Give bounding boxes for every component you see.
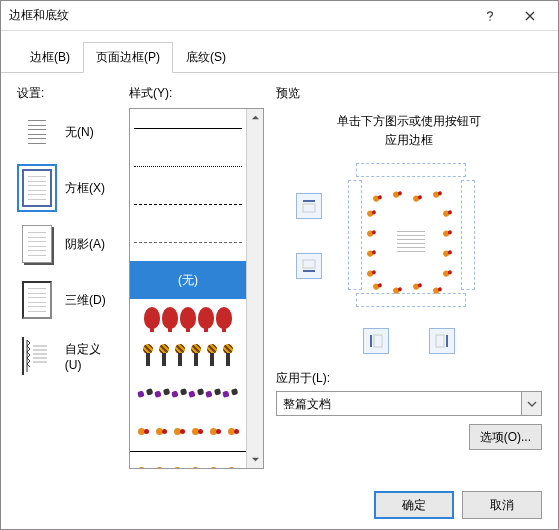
chevron-down-icon: [251, 455, 260, 464]
setting-custom[interactable]: 自定义(U): [17, 332, 117, 380]
border-bottom-icon: [301, 258, 317, 274]
setting-none[interactable]: 无(N): [17, 108, 117, 156]
setting-3d-icon: [17, 276, 57, 324]
svg-rect-6: [303, 200, 315, 202]
style-label: 样式(Y):: [129, 85, 264, 102]
style-art-bows[interactable]: [130, 375, 246, 413]
svg-rect-13: [436, 335, 444, 347]
setting-shadow-label: 阴影(A): [65, 236, 105, 253]
tab-page-border[interactable]: 页面边框(P): [83, 42, 173, 73]
svg-rect-7: [303, 204, 315, 212]
style-none[interactable]: (无): [130, 261, 246, 299]
preview-label: 预览: [276, 85, 542, 102]
setting-custom-label: 自定义(U): [65, 341, 117, 372]
setting-shadow-icon: [17, 220, 57, 268]
preview-area[interactable]: [286, 158, 532, 318]
border-right-icon: [434, 333, 450, 349]
setting-box-icon: [17, 164, 57, 212]
svg-rect-12: [446, 335, 448, 347]
settings-label: 设置:: [17, 85, 117, 102]
style-art-balloons[interactable]: [130, 299, 246, 337]
svg-rect-10: [370, 335, 372, 347]
setting-none-label: 无(N): [65, 124, 94, 141]
apply-to-label: 应用于(L):: [276, 370, 542, 387]
chevron-down-icon: [527, 399, 537, 409]
setting-custom-icon: [17, 332, 57, 380]
tab-shading[interactable]: 底纹(S): [173, 42, 239, 73]
svg-rect-11: [374, 335, 382, 347]
preview-document: [371, 193, 451, 293]
setting-shadow[interactable]: 阴影(A): [17, 220, 117, 268]
help-button[interactable]: [470, 2, 510, 30]
setting-3d[interactable]: 三维(D): [17, 276, 117, 324]
style-scrollbar[interactable]: [246, 109, 263, 468]
style-dotted[interactable]: [130, 147, 246, 185]
border-bottom-button[interactable]: [296, 253, 322, 279]
apply-to-select[interactable]: 整篇文档: [276, 391, 542, 416]
setting-box[interactable]: 方框(X): [17, 164, 117, 212]
border-top-icon: [301, 198, 317, 214]
scroll-up-button[interactable]: [247, 109, 263, 126]
svg-rect-9: [303, 260, 315, 268]
apply-to-arrow[interactable]: [522, 391, 542, 416]
style-art-candy2[interactable]: [130, 451, 246, 468]
style-solid[interactable]: [130, 109, 246, 147]
border-left-icon: [368, 333, 384, 349]
setting-none-icon: [17, 108, 57, 156]
scroll-down-button[interactable]: [247, 451, 263, 468]
svg-rect-8: [303, 270, 315, 272]
preview-hint: 单击下方图示或使用按钮可应用边框: [276, 112, 542, 150]
svg-point-0: [489, 19, 491, 21]
close-icon: [524, 10, 536, 22]
cancel-button[interactable]: 取消: [462, 491, 542, 519]
ok-button[interactable]: 确定: [374, 491, 454, 519]
apply-to-value: 整篇文档: [276, 391, 522, 416]
style-art-candy[interactable]: [130, 413, 246, 451]
style-art-rattles[interactable]: [130, 337, 246, 375]
close-button[interactable]: [510, 2, 550, 30]
chevron-up-icon: [251, 113, 260, 122]
setting-box-label: 方框(X): [65, 180, 105, 197]
help-icon: [484, 10, 496, 22]
style-dashed-large[interactable]: [130, 185, 246, 223]
style-dashed-small[interactable]: [130, 223, 246, 261]
border-top-button[interactable]: [296, 193, 322, 219]
options-button[interactable]: 选项(O)...: [469, 424, 542, 450]
border-right-button[interactable]: [429, 328, 455, 354]
tab-borders[interactable]: 边框(B): [17, 42, 83, 73]
setting-3d-label: 三维(D): [65, 292, 106, 309]
style-list[interactable]: (无): [129, 108, 264, 469]
window-title: 边框和底纹: [9, 7, 470, 24]
border-left-button[interactable]: [363, 328, 389, 354]
